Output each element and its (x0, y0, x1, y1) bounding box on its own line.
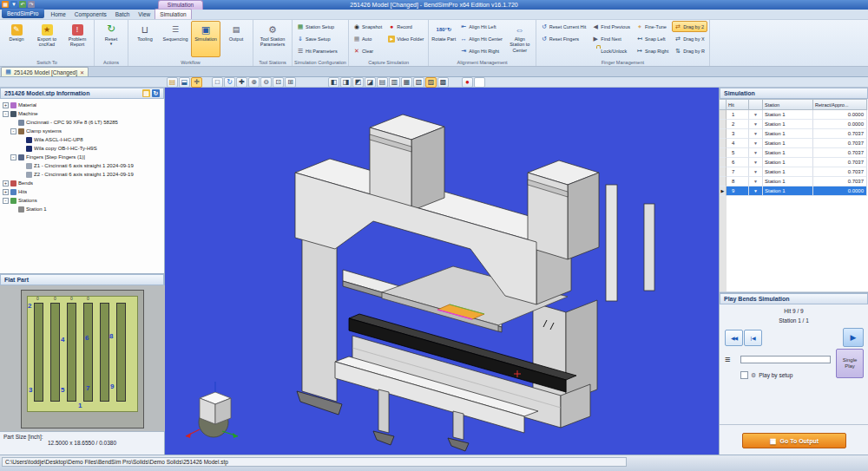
tab-batch[interactable]: Batch (111, 10, 135, 19)
zoom-in-icon[interactable]: ⊕ (248, 77, 260, 88)
clear-button[interactable]: ✕ Clear (351, 45, 385, 56)
simulation-button[interactable]: ▣ Simulation (191, 21, 220, 57)
dropdown-icon[interactable]: ▼ (749, 129, 763, 139)
expander-icon[interactable]: - (10, 128, 16, 134)
flat-part-canvas[interactable]: 0 0 0 0 2 4 6 8 3 5 7 9 1 (0, 285, 165, 431)
snapshot-button[interactable]: ◉ Snapshot (351, 21, 385, 32)
tree-node-clamp-systems[interactable]: - Clamp systems (0, 127, 164, 135)
view-side-icon[interactable]: ▥ (389, 77, 400, 88)
expander-icon[interactable]: - (3, 111, 9, 117)
station-setup-button[interactable]: ▦ Station Setup (294, 21, 340, 32)
play-by-setup-checkbox[interactable] (740, 371, 748, 379)
tree-node-bends[interactable]: + Bends (0, 179, 164, 187)
panel-tool-icon[interactable]: ▤ (142, 89, 150, 97)
output-button[interactable]: ▤ Output (221, 21, 251, 57)
hit-row[interactable]: 4▼Station 10.7037 (720, 139, 868, 148)
tree-node-finger-z1[interactable]: Z1 - Cincinnati 6 axis straight 1 2024-0… (0, 161, 164, 170)
tree-node-stations[interactable]: - Stations (0, 196, 164, 205)
play-button[interactable]: ▶ (843, 328, 864, 347)
open-folder-icon[interactable]: ▤ (167, 77, 178, 88)
hit-row[interactable]: 5▼Station 10.7037 (720, 148, 868, 158)
hit-row[interactable]: 8▼Station 10.7037 (720, 177, 868, 186)
record-video-icon[interactable]: ● (462, 77, 473, 88)
reset-fingers-button[interactable]: ↺ Reset Fingers (538, 33, 589, 44)
view-left-icon[interactable]: ◧ (328, 77, 339, 88)
snap-left-button[interactable]: ↤ Snap Left (634, 33, 671, 44)
hit-row[interactable]: 7▼Station 10.7037 (720, 167, 868, 177)
stop-icon[interactable] (474, 77, 485, 88)
view-full-icon[interactable]: ▩ (437, 77, 449, 88)
sequencing-button[interactable]: ☰ Sequencing (161, 21, 190, 57)
tree-node-machine[interactable]: - Machine (0, 109, 164, 118)
column-header-dropdown[interactable] (749, 99, 763, 110)
expander-icon[interactable]: - (10, 154, 16, 160)
tab-view[interactable]: View (134, 10, 155, 19)
align-station-to-center-button[interactable]: ⇔ Align Station to Center (506, 21, 534, 57)
hit-row[interactable]: 3▼Station 10.7037 (720, 129, 868, 139)
dropdown-icon[interactable]: ▼ (749, 186, 763, 196)
go-to-output-button[interactable]: ▦ Go To Output (742, 433, 846, 448)
simulation-progress-bar[interactable] (740, 356, 831, 363)
layers-icon[interactable]: ≡ (725, 354, 736, 364)
column-header-hit[interactable]: Hit (727, 99, 749, 110)
redo-icon[interactable]: ↷ (28, 1, 35, 8)
app-icon[interactable]: ▦ (2, 1, 9, 8)
panel-refresh-icon[interactable]: ↻ (152, 89, 160, 97)
view-cube[interactable] (186, 382, 238, 438)
column-header-retract[interactable]: Retract/Appro... (813, 99, 867, 110)
reset-button[interactable]: ↻ Reset ▾ (96, 21, 126, 57)
previous-hit-button[interactable]: |◀ (744, 330, 762, 346)
save-setup-button[interactable]: ⇓ Save Setup (294, 33, 340, 44)
save-icon[interactable]: ▼ (10, 1, 17, 8)
record-button[interactable]: ● Record (385, 21, 426, 32)
tooling-button[interactable]: ⊔ Tooling (130, 21, 160, 57)
expander-icon[interactable]: + (3, 189, 9, 195)
fine-tune-button[interactable]: ⌖ Fine-Tune (634, 21, 671, 32)
tab-bendsimpro[interactable]: BendSimPro (2, 9, 44, 18)
dropdown-icon[interactable]: ▼ (749, 120, 763, 129)
view-right-icon[interactable]: ◨ (340, 77, 352, 88)
design-button[interactable]: ✎ Design (2, 21, 31, 57)
column-header-station[interactable]: Station (763, 99, 813, 110)
tree-node-wila-lower[interactable]: Wila copy OB-I-HC-Ty-H9S (0, 144, 164, 153)
drag-by-2-button[interactable]: ⇄ Drag by 2 (672, 21, 707, 32)
align-hit-right-button[interactable]: ⇥ Align Hit Right (457, 45, 505, 56)
video-folder-button[interactable]: ▸ Video Folder (385, 33, 426, 44)
hit-row[interactable]: 1▼Station 10.0000 (720, 110, 868, 120)
view-top-icon[interactable]: ▤ (377, 77, 388, 88)
find-next-button[interactable]: ▶ Find Next (589, 33, 633, 44)
expander-icon[interactable]: + (3, 102, 9, 108)
active-tool-icon[interactable]: ✛ (191, 77, 202, 88)
single-play-button[interactable]: Single Play (836, 349, 864, 378)
tree-node-wila-upper[interactable]: Wila ASCL-I-HC-UP8 (0, 135, 164, 144)
dropdown-icon[interactable]: ▼ (749, 177, 763, 186)
orbit-icon[interactable]: ↻ (224, 77, 235, 88)
hit-row[interactable]: 6▼Station 10.7037 (720, 158, 868, 167)
select-icon[interactable]: □ (212, 77, 223, 88)
zoom-fit-icon[interactable]: ⊞ (285, 77, 296, 88)
hit-row[interactable]: 2▼Station 10.0000 (720, 120, 868, 129)
tab-simulation[interactable]: Simulation (155, 9, 191, 19)
hit-parameters-button[interactable]: ☰ Hit Parameters (294, 45, 340, 56)
auto-button[interactable]: ▦ Auto (351, 33, 385, 44)
viewport-3d[interactable] (165, 88, 719, 455)
view-iso-right-icon[interactable]: ▨ (425, 77, 437, 88)
reset-current-hit-button[interactable]: ↺ Reset Current Hit (538, 21, 589, 32)
tree-node-cincinnati[interactable]: Cincinnati - CPC 90 XFe 8 (6 LT) 58285 (0, 118, 164, 127)
tab-components[interactable]: Components (70, 10, 111, 19)
view-top-left-icon[interactable]: ◩ (352, 77, 364, 88)
find-previous-button[interactable]: ◀ Find Previous (589, 21, 633, 32)
tree-node-material[interactable]: + Material (0, 101, 164, 109)
dropdown-icon[interactable]: ▼ (749, 158, 763, 167)
align-hit-center-button[interactable]: ↔ Align Hit Center (457, 33, 505, 44)
view-bottom-right-icon[interactable]: ◪ (365, 77, 376, 88)
tree-node-fingers[interactable]: - Fingers [Step Fingers (1)] (0, 153, 164, 161)
expander-icon[interactable]: + (3, 180, 9, 186)
align-hit-left-button[interactable]: ⇤ Align Hit Left (457, 21, 505, 32)
expander-icon[interactable]: - (3, 198, 9, 204)
drag-by-x-button[interactable]: ⇄ Drag by X (672, 33, 707, 44)
drag-by-r-button[interactable]: ⇅ Drag by R (672, 45, 707, 56)
view-grid-icon[interactable]: ▦ (401, 77, 412, 88)
zoom-window-icon[interactable]: ⊡ (273, 77, 284, 88)
lock-unlock-button[interactable]: Lock/Unlock (589, 45, 633, 56)
